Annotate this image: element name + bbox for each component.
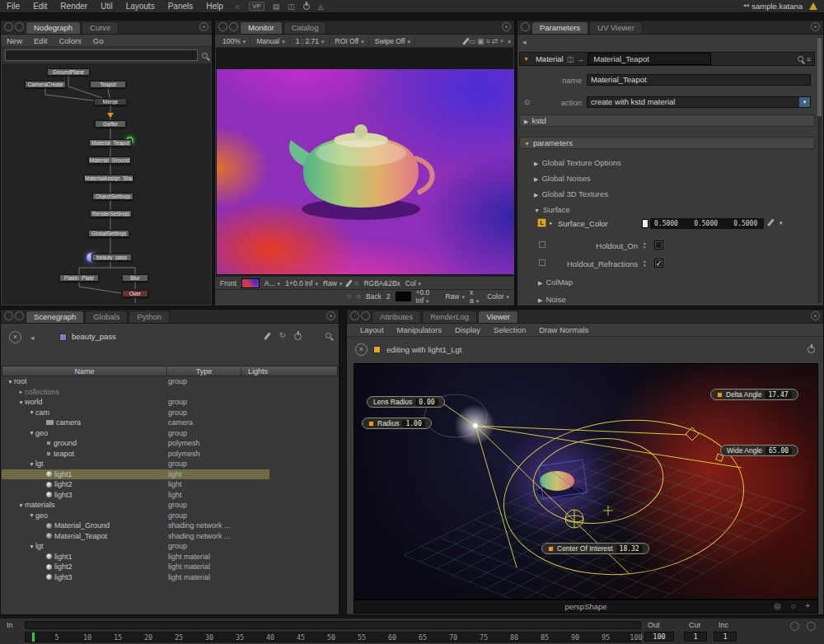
scenegraph-row-light1[interactable]: light1light material xyxy=(2,552,338,562)
node-flakin-plate[interactable]: Flakin_Plate xyxy=(59,274,99,282)
layers-icon[interactable]: ≡ xyxy=(485,37,489,45)
expand-icon[interactable]: ▸ xyxy=(550,220,553,226)
scenegraph-row-geo[interactable]: ▼geogroup xyxy=(2,511,338,521)
tab-catalog[interactable]: Catalog xyxy=(283,21,327,34)
tab-scenegraph[interactable]: Scenegraph xyxy=(26,310,84,323)
menu-util[interactable]: Util xyxy=(94,0,119,13)
tab-nodegraph[interactable]: Nodegraph xyxy=(26,21,81,34)
wrench-icon[interactable]: ≡ xyxy=(807,55,811,63)
scrollbar-thumb[interactable] xyxy=(817,38,822,116)
close-icon[interactable]: × xyxy=(811,22,820,31)
monitor-tool-swipe-off[interactable]: Swipe Off xyxy=(371,36,415,46)
manipulator-delta-angle[interactable]: Delta Angle17.47 xyxy=(710,389,798,400)
xa-dropdown[interactable]: x a xyxy=(470,288,482,305)
link-icon[interactable]: ◫ xyxy=(567,55,574,63)
node-search-input[interactable] xyxy=(5,49,198,61)
power-icon[interactable] xyxy=(808,346,815,353)
menu-draw-normals[interactable]: Draw Normals xyxy=(532,325,595,334)
manipulator-center-of-interest[interactable]: Center Of Interest18.32 xyxy=(541,543,649,554)
menu-display[interactable]: Display xyxy=(448,325,487,334)
close-icon[interactable]: × xyxy=(502,22,511,31)
goto-icon[interactable]: → xyxy=(577,55,584,63)
scenegraph-row-teapot[interactable]: teapotpolymesh xyxy=(2,449,338,460)
tab-curve[interactable]: Curve xyxy=(82,21,119,34)
expander-icon[interactable]: ▼ xyxy=(28,430,35,436)
swap-icon[interactable]: ⇄ xyxy=(492,37,499,45)
search-icon[interactable] xyxy=(325,333,331,338)
node-objectsettings[interactable]: ObjectSettings xyxy=(92,193,133,200)
pane-menu-icon[interactable] xyxy=(350,311,359,320)
tab-monitor[interactable]: Monitor xyxy=(240,21,283,34)
close-icon[interactable]: × xyxy=(326,311,335,320)
refresh-icon[interactable]: ↻ xyxy=(279,331,286,339)
menu-file[interactable]: File xyxy=(0,0,26,13)
node-merge[interactable]: Merge xyxy=(94,98,127,105)
view-flag-icon[interactable] xyxy=(107,113,114,118)
tab-globals[interactable]: Globals xyxy=(85,310,128,323)
compare-icon[interactable]: ○ xyxy=(354,279,358,287)
search-icon[interactable] xyxy=(798,56,803,62)
close-icon[interactable]: × xyxy=(811,311,820,320)
close-icon[interactable]: × xyxy=(199,22,208,31)
gear-icon[interactable]: ☼ xyxy=(234,2,241,11)
expander-icon[interactable]: ▼ xyxy=(28,461,35,467)
manipulator-value[interactable]: 65.00 xyxy=(765,447,792,455)
node-name-box[interactable]: Material_Teapot xyxy=(588,53,711,65)
node-over[interactable]: Over xyxy=(122,290,148,297)
menu-layouts[interactable]: Layouts xyxy=(119,0,162,13)
name-field[interactable]: Material_Teapot xyxy=(587,74,811,86)
monitor-tool-100-[interactable]: 100% xyxy=(218,36,250,46)
scenegraph-row-camera[interactable]: cameracamera xyxy=(2,418,338,428)
menu-render[interactable]: Render xyxy=(54,0,94,13)
gear-icon[interactable]: ☼ xyxy=(789,601,797,610)
flask-icon[interactable]: ◬ xyxy=(318,2,324,11)
stepper-icon[interactable]: ▴▾ xyxy=(644,241,646,250)
manipulator-value[interactable]: 1.00 xyxy=(402,420,424,427)
node-blur[interactable]: Blur xyxy=(122,274,148,282)
buffer-b-icon[interactable]: ○ xyxy=(356,292,360,301)
aov-dropdown[interactable]: A... xyxy=(265,279,280,287)
pass-color-swatch[interactable] xyxy=(59,334,67,341)
front-thumbnail[interactable] xyxy=(241,278,260,288)
timeline-options-icon[interactable] xyxy=(807,622,816,631)
exposure-dropdown[interactable]: 1+0.0 Inf xyxy=(285,279,318,287)
scenegraph-row-lgt[interactable]: ▼lgtgroup xyxy=(2,459,338,469)
scenegraph-row-cam[interactable]: ▼camgroup xyxy=(2,408,338,418)
menu-colors[interactable]: Colors xyxy=(53,36,87,45)
collapse-icon[interactable]: ▼ xyxy=(523,56,529,62)
node-materialassign-stack[interactable]: MaterialAssign_Stack xyxy=(84,175,133,182)
scenegraph-row-materials[interactable]: ▼materialsgroup xyxy=(2,500,338,511)
scenegraph-row-lgt[interactable]: ▼lgtgroup xyxy=(2,541,338,552)
group-colmap[interactable]: ▶ColMap xyxy=(538,278,573,287)
camera-icon[interactable]: ◎ xyxy=(774,601,781,610)
node-teapot[interactable]: Teapot xyxy=(90,81,126,88)
tab-parameters[interactable]: Parameters xyxy=(531,21,588,34)
scenegraph-row-material-ground[interactable]: Material_Groundshading network ... xyxy=(2,520,338,531)
menu-go[interactable]: Go xyxy=(87,36,110,45)
duplicate-icon[interactable]: ▣ xyxy=(477,37,485,45)
scenegraph-row-root[interactable]: ▼rootgroup xyxy=(2,376,338,387)
color-swatch[interactable] xyxy=(642,219,648,228)
menu-selection[interactable]: Selection xyxy=(487,325,532,334)
viewport-3d[interactable]: Lens Radius0.00Radius1.00Delta Angle17.4… xyxy=(353,363,818,600)
render-icon[interactable]: ▤ xyxy=(273,2,280,11)
action-dropdown[interactable]: create with kstd material ▾ xyxy=(587,96,811,108)
clear-icon[interactable]: × xyxy=(355,343,368,356)
holdout-refractions-checkbox[interactable]: ✓ xyxy=(654,259,663,268)
pane-split-icon[interactable] xyxy=(15,22,24,31)
manipulator-radius[interactable]: Radius1.00 xyxy=(362,418,432,429)
vp-toggle[interactable]: VP xyxy=(249,2,265,11)
menu-panels[interactable]: Panels xyxy=(162,0,200,13)
scenegraph-row-light2[interactable]: light2light xyxy=(2,479,338,490)
expander-icon[interactable]: ▼ xyxy=(28,409,35,415)
back-arrow-icon[interactable]: ◂ xyxy=(30,334,35,342)
column-type[interactable]: Type xyxy=(167,367,241,376)
expander-icon[interactable]: ▼ xyxy=(28,512,35,518)
scenegraph-row-light3[interactable]: light3light xyxy=(2,490,338,501)
node-material-ground[interactable]: Material_Ground xyxy=(88,156,131,164)
render-image[interactable] xyxy=(217,69,514,274)
tab-renderlog[interactable]: RenderLog xyxy=(422,310,477,323)
front-colorspace-dropdown[interactable]: Col xyxy=(405,279,421,287)
manipulator-wide-angle[interactable]: Wide Angle65.00 xyxy=(720,445,798,456)
back-colorspace-dropdown[interactable]: Color xyxy=(487,292,509,301)
